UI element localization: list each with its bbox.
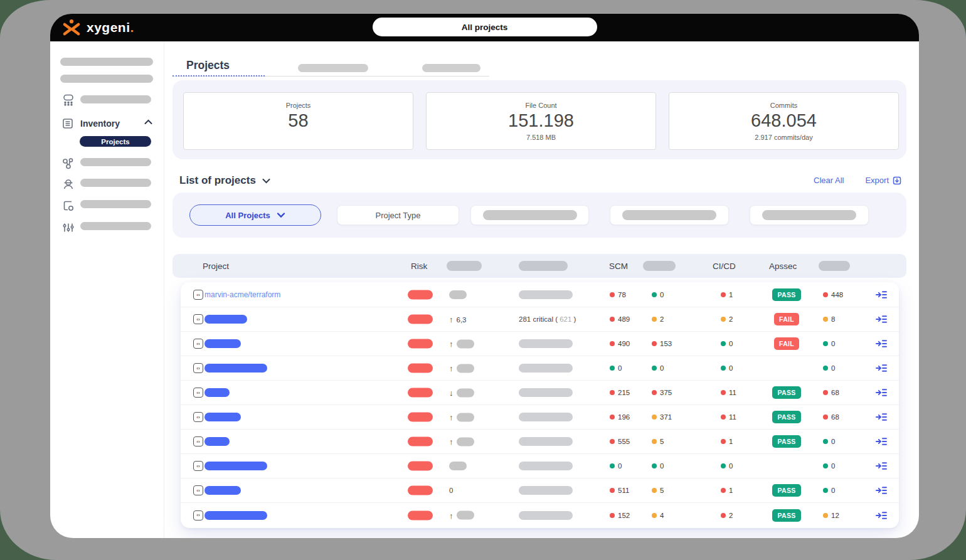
status-dot-green [721, 341, 726, 346]
status-dot-green [721, 463, 726, 468]
table-row[interactable]: ‹›↑15242PASS12 [181, 503, 899, 527]
row-details-button[interactable] [876, 388, 887, 397]
export-link[interactable]: Export [865, 176, 901, 185]
nodes-icon [61, 157, 75, 171]
chevron-up-icon[interactable] [144, 119, 152, 125]
apssec-stat: 0 [823, 487, 835, 494]
detail-skeleton [519, 388, 573, 397]
project-type-filter[interactable]: Project Type [337, 205, 459, 225]
column-skeleton [519, 261, 568, 271]
stat-card-projects: Projects 58 [183, 92, 413, 150]
detail-skeleton [519, 437, 573, 446]
stat-value: 11 [729, 389, 736, 396]
status-dot-red [652, 341, 657, 346]
risk-pill [408, 339, 433, 349]
main-content: Projects Projects 58 File Count 151.198 … [164, 41, 919, 538]
enter-details-icon [876, 290, 887, 299]
status-dot-green [823, 488, 828, 493]
apssec-stat: 68 [823, 413, 839, 421]
stat-value: 0 [618, 364, 622, 372]
table-row[interactable]: ‹›0000 [181, 454, 899, 478]
tab-strip: Projects [172, 59, 489, 77]
row-details-button[interactable] [876, 511, 887, 520]
row-details-button[interactable] [876, 339, 887, 348]
stat-value: 68 [831, 389, 839, 396]
row-details-button[interactable] [876, 462, 887, 470]
trend-cell: ↑ [449, 339, 474, 349]
table-row[interactable]: ‹›marvin-acme/terraform7801PASS448 [181, 283, 899, 307]
filter-skeleton[interactable] [610, 205, 729, 225]
table-row[interactable]: ‹›↑6,3281 critical ( 621 )48922FAIL8 [181, 307, 899, 332]
filter-skeleton[interactable] [470, 205, 589, 225]
chevron-down-icon[interactable] [262, 178, 270, 184]
stat-value: 0 [618, 462, 622, 470]
trend-up-icon: ↑ [449, 339, 454, 349]
tab-skeleton[interactable] [298, 64, 368, 72]
stat-card-commits: Commits 648.054 2.917 commits/day [669, 92, 899, 150]
enter-details-icon [876, 388, 887, 397]
trend-value: 6,3 [457, 315, 467, 323]
active-tab-underline [172, 75, 265, 77]
tab-projects[interactable]: Projects [186, 59, 230, 72]
table-row[interactable]: ‹›↑19637111PASS68 [181, 405, 899, 430]
project-name-skeleton [204, 511, 267, 520]
risk-pill [408, 413, 433, 422]
stat-value: 11 [729, 413, 736, 421]
trend-cell [449, 290, 467, 299]
stat-value: 511 [618, 487, 629, 494]
all-projects-filter[interactable]: All Projects [189, 204, 321, 226]
table-row[interactable]: ‹›↑55551PASS0 [181, 430, 899, 454]
stat-value: 1 [729, 487, 733, 494]
stat-value: 0 [831, 438, 835, 445]
sidebar-skeleton-item [80, 158, 151, 166]
table-row[interactable]: ‹›↑4901530FAIL0 [181, 332, 899, 356]
row-details-button[interactable] [876, 315, 887, 324]
status-dot-red [610, 317, 615, 322]
row-details-button[interactable] [876, 486, 887, 495]
stat-value: 1 [729, 291, 733, 298]
cicd-stat: 11 [721, 389, 736, 396]
column-apssec[interactable]: Apssec [769, 262, 797, 271]
status-dot-green [823, 463, 828, 468]
trend-cell: ↓ [449, 388, 474, 398]
tab-skeleton[interactable] [422, 64, 480, 72]
status-dot-orange [652, 488, 657, 493]
code-icon: ‹› [193, 461, 203, 471]
scm-stat: 511 [610, 487, 629, 494]
row-details-button[interactable] [876, 437, 887, 446]
clear-all-link[interactable]: Clear All [814, 176, 844, 185]
column-risk[interactable]: Risk [411, 262, 427, 271]
projects-table: ‹›marvin-acme/terraform7801PASS448‹›↑6,3… [181, 282, 899, 528]
column-scm[interactable]: SCM [609, 262, 628, 271]
stat-value: 2 [729, 315, 733, 323]
sidebar-item-inventory[interactable]: Inventory [80, 119, 120, 129]
project-name-link[interactable]: marvin-acme/terraform [204, 290, 280, 299]
row-details-button[interactable] [876, 290, 887, 299]
cicd-stat: 0 [721, 364, 733, 372]
table-row[interactable]: ‹›↑0000 [181, 356, 899, 381]
stat-value: 555 [618, 438, 630, 445]
risk-pill [408, 315, 433, 324]
download-icon [893, 176, 901, 185]
apssec-stat: 448 [823, 291, 843, 298]
sliders-icon [61, 221, 75, 235]
sidebar-skeleton-item [80, 179, 151, 187]
fail-badge: FAIL [774, 337, 799, 350]
detail-skeleton [519, 486, 573, 495]
column-cicd[interactable]: CI/CD [713, 262, 736, 271]
column-project[interactable]: Project [203, 262, 229, 271]
all-projects-pill[interactable]: All projects [373, 18, 597, 36]
scm-stat: 0 [610, 364, 622, 372]
table-row[interactable]: ‹›051151PASS0 [181, 478, 899, 503]
code-icon: ‹› [193, 363, 203, 373]
row-details-button[interactable] [876, 364, 887, 372]
trend-cell: ↑ [449, 364, 474, 373]
table-row[interactable]: ‹›↓21537511PASS68 [181, 381, 899, 405]
detail-skeleton [519, 462, 573, 470]
row-details-button[interactable] [876, 413, 887, 421]
filter-bar: All Projects Project Type [172, 193, 906, 238]
sidebar-item-projects[interactable]: Projects [80, 136, 151, 147]
filter-skeleton[interactable] [750, 205, 869, 225]
risk-pill [408, 510, 433, 520]
status-dot-red [610, 513, 615, 518]
